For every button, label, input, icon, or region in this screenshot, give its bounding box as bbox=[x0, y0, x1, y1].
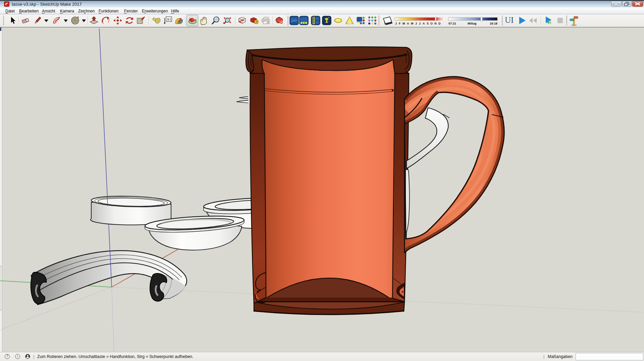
svg-text:M: M bbox=[411, 22, 414, 25]
svg-text:J: J bbox=[395, 22, 397, 25]
svg-text:A: A bbox=[407, 22, 409, 25]
svg-text:N: N bbox=[434, 22, 437, 25]
svg-text:F: F bbox=[399, 22, 401, 25]
svg-text:16:18: 16:18 bbox=[490, 22, 497, 25]
svg-text:S: S bbox=[427, 22, 429, 25]
svg-text:D: D bbox=[438, 22, 441, 25]
svg-text:J: J bbox=[415, 22, 417, 25]
svg-text:07:21: 07:21 bbox=[448, 22, 456, 25]
svg-text:Mittag: Mittag bbox=[468, 22, 477, 25]
svg-text:A: A bbox=[423, 22, 425, 25]
svg-text:A1: A1 bbox=[167, 17, 171, 21]
svg-text:O: O bbox=[430, 22, 433, 25]
svg-text:M: M bbox=[402, 22, 405, 25]
svg-text:J: J bbox=[419, 22, 421, 25]
svg-text:2: 2 bbox=[549, 21, 551, 25]
